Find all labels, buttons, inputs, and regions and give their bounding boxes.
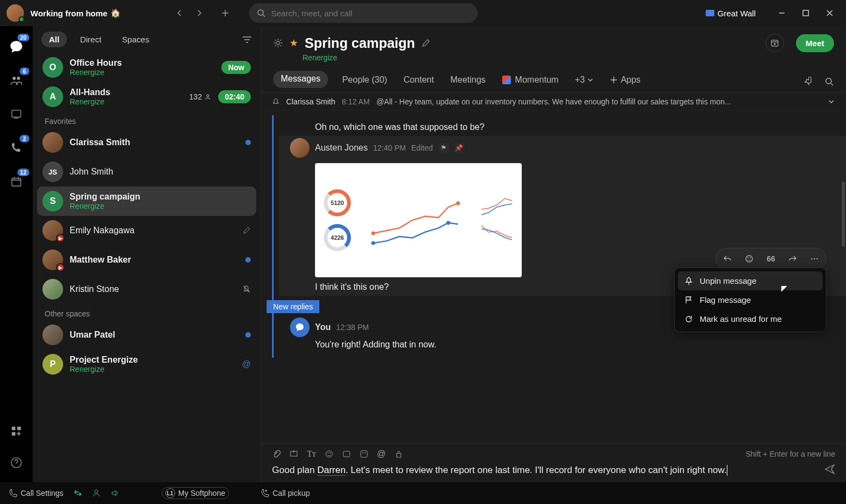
audio-icon[interactable]	[110, 489, 119, 497]
conv-sub: Renergize	[70, 97, 183, 106]
lock-icon[interactable]	[394, 450, 403, 458]
tab-spaces[interactable]: Spaces	[114, 32, 157, 47]
tenant-label[interactable]: Great Wall	[706, 9, 756, 18]
tab-direct[interactable]: Direct	[72, 32, 109, 47]
call-settings[interactable]: Call Settings	[9, 489, 64, 497]
ctx-unpin[interactable]: Unpin message	[678, 271, 823, 290]
softphone[interactable]: L1 My Softphone	[162, 487, 229, 499]
sidebar-item-kristin[interactable]: Kristin Stone	[37, 275, 256, 304]
rail-messaging[interactable]: 20	[5, 36, 27, 58]
cursor-icon: ◤	[781, 284, 787, 293]
gif-icon[interactable]	[342, 450, 351, 458]
format-icon[interactable]: Tт	[307, 449, 316, 459]
send-button[interactable]	[824, 464, 835, 477]
status-label[interactable]: Working from home 🏠	[30, 8, 121, 18]
minimize-button[interactable]	[772, 5, 792, 21]
forward-icon[interactable]	[785, 251, 801, 267]
edit-icon[interactable]	[422, 39, 430, 47]
conv-title: Project Energize	[70, 355, 236, 365]
react-icon[interactable]	[741, 251, 757, 267]
compose-input[interactable]: Good plan Darren. Let's meet to review t…	[272, 463, 818, 477]
person-icon[interactable]	[92, 489, 101, 497]
scrollbar[interactable]	[842, 182, 845, 247]
search-in-chat-icon[interactable]	[824, 77, 834, 86]
sticker-icon[interactable]	[360, 450, 368, 458]
sidebar-item-clarissa[interactable]: Clarissa Smith	[37, 128, 256, 157]
reply-icon[interactable]	[719, 251, 736, 267]
avatar	[290, 318, 310, 337]
home-icon: 🏠	[110, 8, 121, 18]
tab-more[interactable]: +3	[573, 71, 596, 92]
tab-all[interactable]: All	[41, 32, 67, 47]
svg-point-15	[456, 201, 460, 205]
compose-hint: Shift + Enter for a new line	[745, 450, 835, 458]
nav-back-button[interactable]	[171, 4, 188, 22]
sidebar-item-john[interactable]: JS John Smith	[37, 157, 256, 186]
svg-point-13	[826, 78, 831, 84]
svg-rect-32	[397, 453, 401, 457]
search-input[interactable]	[271, 9, 470, 18]
quote-icon[interactable]: 66	[763, 251, 779, 267]
unread-dot	[245, 140, 251, 145]
donut-chart-b: 4226	[324, 224, 351, 251]
avatar: ▶	[42, 220, 63, 241]
rail-calendar[interactable]: 12	[5, 171, 27, 192]
ctx-flag[interactable]: Flag message	[678, 290, 823, 309]
message-author: You	[315, 322, 331, 332]
rail-call[interactable]: 2	[5, 137, 27, 159]
new-button[interactable]	[217, 4, 234, 22]
tab-content[interactable]: Content	[402, 71, 436, 92]
gear-icon[interactable]	[273, 38, 283, 48]
rail-teams[interactable]	[5, 103, 27, 125]
star-icon[interactable]: ★	[289, 37, 298, 49]
pinned-banner[interactable]: Clarissa Smith 8:12 AM @All - Hey team, …	[261, 93, 846, 111]
svg-point-33	[95, 490, 98, 493]
rail-apps[interactable]	[5, 420, 27, 442]
unread-dot	[245, 257, 251, 263]
tab-messages[interactable]: Messages	[273, 71, 328, 88]
sidebar-item-umar[interactable]: Umar Patel	[37, 320, 256, 350]
rail-help[interactable]	[5, 452, 27, 474]
meet-button[interactable]: Meet	[796, 34, 834, 52]
svg-point-16	[371, 241, 375, 245]
tab-momentum[interactable]: Momentum	[500, 71, 561, 92]
new-replies-badge: New replies	[267, 300, 319, 313]
schedule-button[interactable]	[765, 34, 784, 52]
mention-icon[interactable]: @	[377, 449, 386, 459]
tab-apps[interactable]: Apps	[608, 71, 643, 92]
message-author: Austen Jones	[315, 143, 368, 153]
messaging-badge: 20	[17, 34, 29, 41]
sidebar-item-matthew[interactable]: ▶ Matthew Baker	[37, 245, 256, 275]
close-button[interactable]	[820, 5, 839, 21]
ctx-unread[interactable]: Mark as unread for me	[678, 309, 823, 328]
sidebar-item-emily[interactable]: ▶ Emily Nakagawa	[37, 216, 256, 245]
search-box[interactable]	[249, 3, 478, 23]
filter-button[interactable]	[242, 36, 252, 43]
maximize-button[interactable]	[796, 5, 816, 21]
rail-contacts[interactable]: 6	[5, 70, 27, 91]
sidebar-item-spring-campaign[interactable]: S Spring campaignRenergize	[37, 186, 256, 216]
flag-icon: ⚑	[439, 143, 449, 153]
chevron-down-icon[interactable]	[828, 98, 835, 105]
pinned-author: Clarissa Smith	[286, 97, 335, 106]
message-body: You're right! Adding that in now.	[315, 338, 835, 351]
more-icon[interactable]	[806, 251, 823, 267]
svg-point-10	[207, 95, 209, 97]
nav-forward-button[interactable]	[190, 4, 208, 22]
pin-icon[interactable]	[805, 77, 814, 86]
screen-icon[interactable]	[289, 450, 298, 458]
call-pickup[interactable]: Call pickup	[261, 489, 310, 497]
emoji-icon[interactable]	[325, 450, 334, 458]
swap-icon[interactable]	[73, 489, 82, 497]
chart-attachment[interactable]: 5120 4226	[315, 163, 522, 277]
sidebar-item-office-hours[interactable]: O Office HoursRenergize Now	[37, 53, 256, 82]
tab-people[interactable]: People (30)	[340, 71, 390, 92]
favorites-label: Favorites	[37, 111, 256, 128]
attach-icon[interactable]	[272, 450, 281, 458]
sidebar-item-all-hands[interactable]: A All-HandsRenergize 132 02:40	[37, 82, 256, 111]
user-avatar[interactable]	[7, 4, 24, 22]
sparklines	[480, 193, 513, 247]
svg-point-18	[746, 256, 752, 262]
tab-meetings[interactable]: Meetings	[448, 71, 488, 92]
sidebar-item-project[interactable]: P Project EnergizeRenergize @	[37, 350, 256, 379]
